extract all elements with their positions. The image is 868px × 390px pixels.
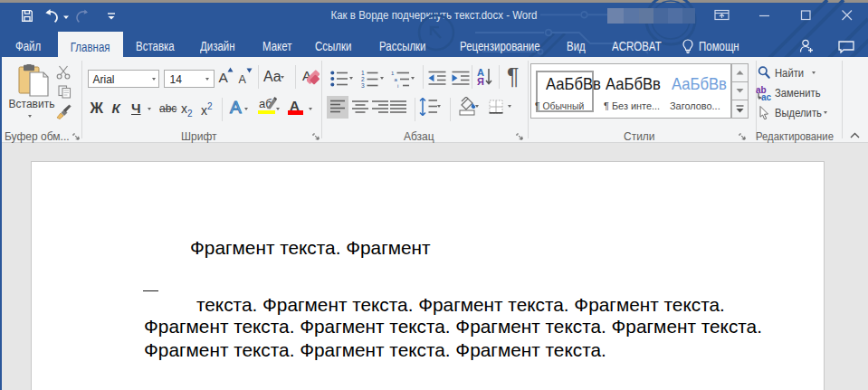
svg-text:3: 3 [361, 82, 365, 89]
svg-text:1: 1 [361, 70, 365, 76]
svg-text:1: 1 [391, 71, 395, 76]
svg-text:a: a [395, 77, 398, 82]
svg-text:i: i [397, 83, 398, 89]
